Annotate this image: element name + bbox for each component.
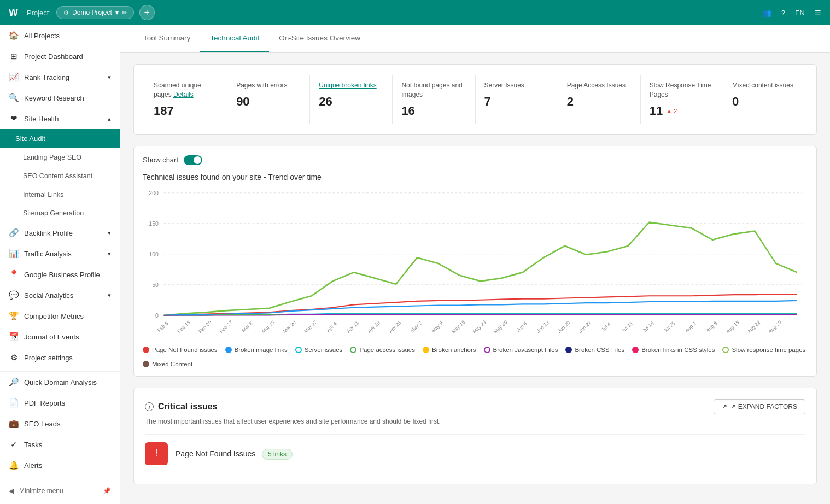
chevron-down-icon: ▾: [108, 74, 111, 81]
sidebar-item-backlink-profile[interactable]: 🔗 Backlink Profile ▾: [0, 222, 120, 243]
stat-label: Unique broken links: [319, 81, 383, 90]
svg-text:Aug 1: Aug 1: [684, 320, 697, 333]
backlink-icon: 🔗: [9, 228, 19, 238]
legend-dot: [350, 347, 356, 353]
add-project-button[interactable]: +: [139, 5, 155, 20]
home-icon: 🏠: [9, 31, 19, 40]
sidebar-item-rank-tracking[interactable]: 📈 Rank Tracking ▾: [0, 67, 120, 87]
stat-value: 187: [154, 104, 218, 118]
stat-scanned-pages: Scanned unique pages Details 187: [145, 75, 227, 124]
sidebar-item-all-projects[interactable]: 🏠 All Projects: [0, 25, 120, 46]
issue-badge: 5 links: [262, 449, 293, 460]
social-icon: 💬: [9, 290, 19, 300]
menu-icon[interactable]: ☰: [815, 9, 821, 17]
traffic-icon: 📊: [9, 249, 19, 259]
legend-label: Broken anchors: [432, 347, 476, 353]
sidebar-item-seo-content-assistant[interactable]: SEO Content Assistant: [0, 167, 120, 185]
stat-label: Pages with errors: [236, 81, 301, 90]
pdf-icon: 📄: [9, 398, 19, 408]
project-selector[interactable]: ⚙ Demo Project ▾ ✏: [56, 6, 134, 19]
sidebar-label: Project settings: [24, 354, 73, 362]
sidebar-item-alerts[interactable]: 🔔 Alerts: [0, 455, 120, 476]
sidebar-item-traffic-analysis[interactable]: 📊 Traffic Analysis ▾: [0, 243, 120, 264]
stat-label: Slow Response Time Pages: [650, 81, 714, 99]
issue-title: Page Not Found Issues: [176, 449, 255, 458]
svg-text:Feb 20: Feb 20: [198, 319, 213, 334]
sidebar-item-seo-leads[interactable]: 💼 SEO Leads: [0, 413, 120, 434]
sidebar-item-site-health[interactable]: ❤ Site Health ▴: [0, 108, 120, 129]
tab-bar: Tool Summary Technical Audit On-Site Iss…: [120, 25, 830, 53]
sidebar-label: Project Dashboard: [24, 52, 83, 61]
tab-technical-audit[interactable]: Technical Audit: [200, 25, 269, 52]
sidebar-label-all-projects: All Projects: [24, 32, 60, 40]
stat-not-found-pages: Not found pages and images 16: [393, 75, 475, 124]
svg-text:May 2: May 2: [410, 320, 423, 333]
help-icon[interactable]: ?: [781, 9, 785, 17]
details-link[interactable]: Details: [173, 91, 194, 98]
sidebar-item-journal-of-events[interactable]: 📅 Journal of Events: [0, 326, 120, 347]
sidebar-item-landing-page-seo[interactable]: Landing Page SEO: [0, 148, 120, 167]
sidebar-label: Traffic Analysis: [24, 250, 72, 258]
legend-label: Broken CSS Files: [575, 347, 624, 353]
svg-text:Apr 18: Apr 18: [367, 319, 381, 333]
stat-label: Scanned unique pages Details: [154, 81, 218, 99]
stat-value: 7: [484, 95, 549, 109]
sidebar-label: Social Analytics: [24, 291, 73, 300]
sidebar-item-keyword-research[interactable]: 🔍 Keyword Research: [0, 87, 120, 108]
leads-icon: 💼: [9, 419, 19, 429]
sidebar-item-tasks[interactable]: ✓ Tasks: [0, 434, 120, 455]
tab-tool-summary[interactable]: Tool Summary: [133, 25, 200, 52]
issue-info: Page Not Found Issues 5 links: [176, 449, 293, 458]
sidebar-item-internal-links[interactable]: Internal Links: [0, 185, 120, 204]
broken-links-link[interactable]: Unique broken links: [319, 81, 376, 89]
domain-icon: 🔎: [9, 377, 19, 387]
minimize-label: Minimize menu: [19, 487, 63, 495]
legend-dot: [565, 347, 572, 353]
competitor-icon: 🏆: [9, 311, 19, 321]
svg-text:Jun 20: Jun 20: [557, 319, 571, 334]
chevron-up-icon: ▴: [108, 115, 111, 122]
settings-icon: ⚙: [9, 353, 19, 362]
language-selector[interactable]: EN: [795, 9, 805, 17]
svg-text:Apr 11: Apr 11: [346, 319, 360, 333]
pin-icon: 📌: [103, 487, 111, 495]
sidebar-label: Site Health: [24, 115, 59, 123]
legend-label: Broken Javascript Files: [493, 347, 558, 353]
sidebar-item-project-dashboard[interactable]: ⊞ Project Dashboard: [0, 46, 120, 67]
expand-factors-button[interactable]: ↗ ↗ EXPAND FACTORS: [714, 399, 805, 414]
expand-label: ↗ EXPAND FACTORS: [730, 403, 797, 411]
sidebar-item-social-analytics[interactable]: 💬 Social Analytics ▾: [0, 285, 120, 306]
tasks-icon: ✓: [9, 439, 19, 449]
sidebar-label: SEO Leads: [24, 420, 61, 428]
main-content: Tool Summary Technical Audit On-Site Iss…: [120, 25, 830, 504]
show-chart-toggle[interactable]: [184, 155, 202, 165]
sidebar-item-google-business-profile[interactable]: 📍 Google Business Profile: [0, 264, 120, 285]
legend-dot: [143, 347, 149, 353]
minimize-menu-button[interactable]: ◀ Minimize menu 📌: [0, 482, 120, 500]
sidebar-item-pdf-reports[interactable]: 📄 PDF Reports: [0, 392, 120, 413]
legend-broken-javascript: Broken Javascript Files: [484, 347, 558, 353]
sidebar-item-quick-domain-analysis[interactable]: 🔎 Quick Domain Analysis: [0, 372, 120, 392]
chevron-left-icon: ◀: [9, 487, 14, 495]
svg-text:Feb 27: Feb 27: [219, 319, 233, 334]
sidebar-item-site-audit[interactable]: Site Audit: [0, 129, 120, 148]
svg-text:May 16: May 16: [451, 319, 466, 334]
gbp-icon: 📍: [9, 269, 19, 279]
users-icon[interactable]: 👥: [763, 9, 771, 17]
stat-unique-broken-links: Unique broken links 26: [310, 75, 393, 124]
sidebar-item-project-settings[interactable]: ⚙ Project settings: [0, 347, 120, 368]
toggle-knob: [194, 156, 201, 164]
legend-dot: [632, 347, 639, 353]
stat-value: 90: [236, 95, 301, 109]
chevron-down-icon: ▾: [108, 230, 111, 237]
critical-issues-section: i Critical issues ↗ ↗ EXPAND FACTORS The…: [133, 388, 817, 484]
sidebar-item-sitemap-generation[interactable]: Sitemap Generation: [0, 204, 120, 222]
sidebar-item-competitor-metrics[interactable]: 🏆 Competitor Metrics: [0, 306, 120, 326]
trend-chart: 200 150 100 50 0: [143, 187, 808, 340]
dashboard-icon: ⊞: [9, 51, 19, 61]
tab-on-site-issues[interactable]: On-Site Issues Overview: [269, 25, 370, 52]
svg-text:Jul 18: Jul 18: [642, 320, 655, 333]
svg-text:Mar 20: Mar 20: [282, 319, 297, 334]
svg-text:200: 200: [149, 189, 159, 196]
stat-value: 2: [567, 95, 632, 109]
